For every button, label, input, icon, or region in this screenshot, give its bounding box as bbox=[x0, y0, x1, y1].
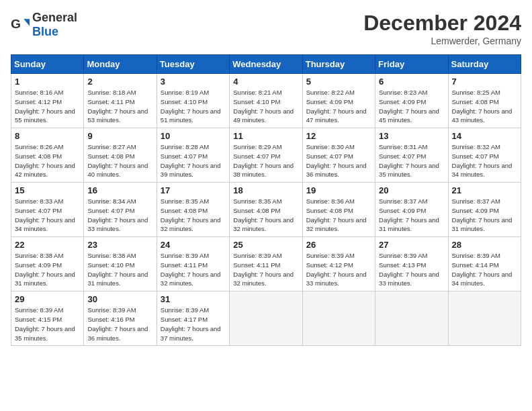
calendar-header-row: SundayMondayTuesdayWednesdayThursdayFrid… bbox=[11, 55, 521, 74]
day-number: 17 bbox=[161, 185, 226, 195]
calendar-cell: 13 Sunrise: 8:31 AMSunset: 4:07 PMDaylig… bbox=[375, 128, 448, 183]
day-number: 26 bbox=[306, 240, 371, 250]
day-number: 2 bbox=[87, 77, 152, 87]
calendar-cell: 11 Sunrise: 8:29 AMSunset: 4:07 PMDaylig… bbox=[230, 128, 302, 183]
day-info: Sunrise: 8:31 AMSunset: 4:07 PMDaylight:… bbox=[379, 142, 444, 179]
day-number: 20 bbox=[379, 185, 444, 195]
calendar-body: 1 Sunrise: 8:16 AMSunset: 4:12 PMDayligh… bbox=[11, 74, 521, 346]
day-info: Sunrise: 8:38 AMSunset: 4:09 PMDaylight:… bbox=[15, 251, 80, 288]
day-info: Sunrise: 8:27 AMSunset: 4:08 PMDaylight:… bbox=[87, 142, 152, 179]
day-info: Sunrise: 8:39 AMSunset: 4:12 PMDaylight:… bbox=[306, 251, 371, 288]
svg-marker-1 bbox=[24, 19, 30, 26]
calendar-cell: 18 Sunrise: 8:35 AMSunset: 4:08 PMDaylig… bbox=[230, 183, 302, 237]
day-info: Sunrise: 8:36 AMSunset: 4:08 PMDaylight:… bbox=[306, 197, 371, 234]
calendar-cell: 1 Sunrise: 8:16 AMSunset: 4:12 PMDayligh… bbox=[11, 74, 84, 128]
calendar-cell: 8 Sunrise: 8:26 AMSunset: 4:08 PMDayligh… bbox=[11, 128, 84, 183]
day-number: 16 bbox=[87, 185, 152, 195]
day-info: Sunrise: 8:25 AMSunset: 4:08 PMDaylight:… bbox=[452, 88, 517, 125]
day-number: 13 bbox=[379, 131, 444, 141]
logo: G General Blue bbox=[11, 11, 77, 39]
day-info: Sunrise: 8:22 AMSunset: 4:09 PMDaylight:… bbox=[306, 88, 371, 125]
day-number: 4 bbox=[233, 77, 298, 87]
day-info: Sunrise: 8:35 AMSunset: 4:08 PMDaylight:… bbox=[161, 197, 226, 234]
calendar-cell bbox=[230, 291, 302, 346]
calendar-cell: 23 Sunrise: 8:38 AMSunset: 4:10 PMDaylig… bbox=[84, 237, 157, 291]
header-friday: Friday bbox=[375, 55, 448, 74]
calendar-cell: 16 Sunrise: 8:34 AMSunset: 4:07 PMDaylig… bbox=[84, 183, 157, 237]
calendar-cell: 15 Sunrise: 8:33 AMSunset: 4:07 PMDaylig… bbox=[11, 183, 84, 237]
calendar-cell: 6 Sunrise: 8:23 AMSunset: 4:09 PMDayligh… bbox=[375, 74, 448, 128]
header-tuesday: Tuesday bbox=[157, 55, 229, 74]
day-info: Sunrise: 8:18 AMSunset: 4:11 PMDaylight:… bbox=[87, 88, 152, 125]
day-number: 18 bbox=[233, 185, 298, 195]
day-number: 21 bbox=[452, 185, 517, 195]
calendar-cell: 5 Sunrise: 8:22 AMSunset: 4:09 PMDayligh… bbox=[302, 74, 375, 128]
page-header: G General Blue December 2024 Lemwerder, … bbox=[11, 11, 521, 46]
day-number: 14 bbox=[452, 131, 517, 141]
calendar-cell: 9 Sunrise: 8:27 AMSunset: 4:08 PMDayligh… bbox=[84, 128, 157, 183]
day-number: 24 bbox=[161, 240, 226, 250]
day-info: Sunrise: 8:39 AMSunset: 4:11 PMDaylight:… bbox=[233, 251, 298, 288]
day-info: Sunrise: 8:26 AMSunset: 4:08 PMDaylight:… bbox=[15, 142, 80, 179]
calendar-cell: 22 Sunrise: 8:38 AMSunset: 4:09 PMDaylig… bbox=[11, 237, 84, 291]
calendar-cell: 24 Sunrise: 8:39 AMSunset: 4:11 PMDaylig… bbox=[157, 237, 229, 291]
day-info: Sunrise: 8:37 AMSunset: 4:09 PMDaylight:… bbox=[452, 197, 517, 234]
day-number: 5 bbox=[306, 77, 371, 87]
calendar-cell: 10 Sunrise: 8:28 AMSunset: 4:07 PMDaylig… bbox=[157, 128, 229, 183]
day-info: Sunrise: 8:29 AMSunset: 4:07 PMDaylight:… bbox=[233, 142, 298, 179]
calendar-cell: 21 Sunrise: 8:37 AMSunset: 4:09 PMDaylig… bbox=[448, 183, 521, 237]
calendar-cell: 29 Sunrise: 8:39 AMSunset: 4:15 PMDaylig… bbox=[11, 291, 84, 346]
day-number: 30 bbox=[87, 294, 152, 304]
day-number: 6 bbox=[379, 77, 444, 87]
calendar-cell: 31 Sunrise: 8:39 AMSunset: 4:17 PMDaylig… bbox=[157, 291, 229, 346]
day-number: 28 bbox=[452, 240, 517, 250]
day-number: 29 bbox=[15, 294, 80, 304]
day-info: Sunrise: 8:39 AMSunset: 4:15 PMDaylight:… bbox=[15, 306, 80, 342]
day-info: Sunrise: 8:33 AMSunset: 4:07 PMDaylight:… bbox=[15, 197, 80, 234]
week-row-2: 8 Sunrise: 8:26 AMSunset: 4:08 PMDayligh… bbox=[11, 128, 521, 183]
day-number: 27 bbox=[379, 240, 444, 250]
svg-text:G: G bbox=[11, 17, 21, 31]
day-number: 19 bbox=[306, 185, 371, 195]
logo-icon: G bbox=[11, 15, 30, 34]
calendar-cell bbox=[448, 291, 521, 346]
day-number: 23 bbox=[87, 240, 152, 250]
calendar-cell: 12 Sunrise: 8:30 AMSunset: 4:07 PMDaylig… bbox=[302, 128, 375, 183]
day-info: Sunrise: 8:16 AMSunset: 4:12 PMDaylight:… bbox=[15, 88, 80, 125]
calendar-cell: 30 Sunrise: 8:39 AMSunset: 4:16 PMDaylig… bbox=[84, 291, 157, 346]
calendar-subtitle: Lemwerder, Germany bbox=[363, 36, 521, 46]
day-info: Sunrise: 8:39 AMSunset: 4:16 PMDaylight:… bbox=[87, 306, 152, 342]
day-number: 10 bbox=[161, 131, 226, 141]
day-number: 7 bbox=[452, 77, 517, 87]
day-info: Sunrise: 8:39 AMSunset: 4:17 PMDaylight:… bbox=[161, 306, 226, 342]
calendar-cell: 14 Sunrise: 8:32 AMSunset: 4:07 PMDaylig… bbox=[448, 128, 521, 183]
day-info: Sunrise: 8:34 AMSunset: 4:07 PMDaylight:… bbox=[87, 197, 152, 234]
calendar-cell bbox=[375, 291, 448, 346]
day-number: 1 bbox=[15, 77, 80, 87]
day-number: 9 bbox=[87, 131, 152, 141]
header-monday: Monday bbox=[84, 55, 157, 74]
day-info: Sunrise: 8:39 AMSunset: 4:13 PMDaylight:… bbox=[379, 251, 444, 288]
calendar-cell: 3 Sunrise: 8:19 AMSunset: 4:10 PMDayligh… bbox=[157, 74, 229, 128]
day-number: 8 bbox=[15, 131, 80, 141]
day-info: Sunrise: 8:28 AMSunset: 4:07 PMDaylight:… bbox=[161, 142, 226, 179]
calendar-cell: 26 Sunrise: 8:39 AMSunset: 4:12 PMDaylig… bbox=[302, 237, 375, 291]
day-info: Sunrise: 8:21 AMSunset: 4:10 PMDaylight:… bbox=[233, 88, 298, 125]
calendar-cell: 4 Sunrise: 8:21 AMSunset: 4:10 PMDayligh… bbox=[230, 74, 302, 128]
calendar-cell: 28 Sunrise: 8:39 AMSunset: 4:14 PMDaylig… bbox=[448, 237, 521, 291]
day-info: Sunrise: 8:35 AMSunset: 4:08 PMDaylight:… bbox=[233, 197, 298, 234]
calendar-cell: 25 Sunrise: 8:39 AMSunset: 4:11 PMDaylig… bbox=[230, 237, 302, 291]
day-info: Sunrise: 8:23 AMSunset: 4:09 PMDaylight:… bbox=[379, 88, 444, 125]
day-number: 15 bbox=[15, 185, 80, 195]
week-row-1: 1 Sunrise: 8:16 AMSunset: 4:12 PMDayligh… bbox=[11, 74, 521, 128]
calendar-cell: 2 Sunrise: 8:18 AMSunset: 4:11 PMDayligh… bbox=[84, 74, 157, 128]
day-info: Sunrise: 8:37 AMSunset: 4:09 PMDaylight:… bbox=[379, 197, 444, 234]
week-row-3: 15 Sunrise: 8:33 AMSunset: 4:07 PMDaylig… bbox=[11, 183, 521, 237]
day-number: 22 bbox=[15, 240, 80, 250]
header-saturday: Saturday bbox=[448, 55, 521, 74]
week-row-4: 22 Sunrise: 8:38 AMSunset: 4:09 PMDaylig… bbox=[11, 237, 521, 291]
week-row-5: 29 Sunrise: 8:39 AMSunset: 4:15 PMDaylig… bbox=[11, 291, 521, 346]
calendar-cell: 7 Sunrise: 8:25 AMSunset: 4:08 PMDayligh… bbox=[448, 74, 521, 128]
day-info: Sunrise: 8:30 AMSunset: 4:07 PMDaylight:… bbox=[306, 142, 371, 179]
day-info: Sunrise: 8:19 AMSunset: 4:10 PMDaylight:… bbox=[161, 88, 226, 125]
